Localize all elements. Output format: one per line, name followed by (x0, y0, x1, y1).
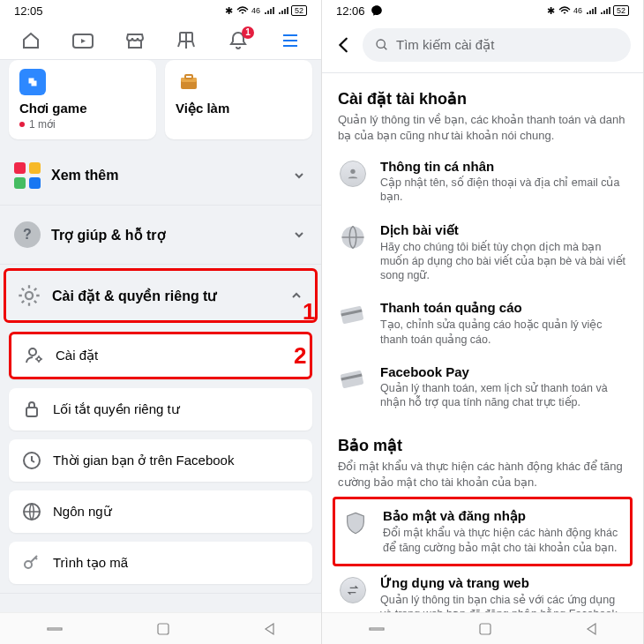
home-icon[interactable] (156, 622, 170, 636)
settings-privacy[interactable]: Cài đặt & quyền riêng tư (4, 268, 318, 323)
see-more[interactable]: Xem thêm (9, 150, 312, 201)
chevron-down-icon (291, 168, 307, 183)
code-generator-item[interactable]: Trình tạo mã (9, 542, 312, 584)
nav-menu[interactable] (278, 28, 303, 53)
help-support[interactable]: ? Trợ giúp & hỗ trợ (9, 209, 312, 260)
person-gear-icon (24, 345, 45, 366)
back-arrow-icon[interactable] (334, 35, 354, 55)
top-nav: 1 (0, 21, 321, 60)
key-icon (21, 552, 42, 573)
card-icon (338, 300, 368, 330)
facebook-pay-item[interactable]: Facebook Pay Quản lý thanh toán, xem lịc… (333, 356, 633, 419)
android-nav (322, 612, 643, 644)
wifi-icon (558, 6, 571, 15)
svg-rect-23 (370, 628, 384, 630)
svg-point-5 (26, 292, 33, 299)
briefcase-icon (176, 69, 202, 95)
home-icon[interactable] (478, 622, 492, 636)
svg-rect-4 (185, 75, 192, 79)
notification-badge: 1 (242, 26, 254, 39)
left-content: Chơi game 1 mới Việc làm Xem thêm (0, 60, 321, 612)
android-nav (0, 612, 321, 644)
shortcut-jobs[interactable]: Việc làm (165, 60, 312, 139)
svg-rect-24 (480, 624, 490, 634)
card-icon (338, 364, 368, 394)
privacy-shortcuts-item[interactable]: Lối tắt quyền riêng tư (9, 388, 312, 431)
security-section-desc: Đổi mật khẩu và thực hiện các hành động … (338, 459, 627, 490)
svg-point-7 (37, 357, 41, 361)
chevron-down-icon (291, 227, 307, 243)
grid-icon (14, 162, 41, 189)
ad-payments-item[interactable]: Thanh toán quảng cáo Tạo, chỉnh sửa quản… (333, 291, 633, 356)
swap-icon (338, 575, 368, 605)
personal-info-item[interactable]: Thông tin cá nhân Cập nhật tên, số điện … (333, 150, 633, 213)
shortcut-gaming[interactable]: Chơi game 1 mới (9, 60, 156, 139)
status-icons: ✱ 46 52 (225, 5, 307, 17)
status-bar: 12:05 ✱ 46 52 (0, 0, 321, 21)
nav-groups[interactable] (174, 28, 198, 53)
clock: 12:05 (14, 4, 43, 18)
phone-left: 12:05 ✱ 46 52 1 Chơi game 1 (0, 0, 322, 644)
gear-icon (17, 283, 41, 308)
phone-right: 12:06 ✱ 46 52 Tìm kiếm cài đặt Cài đặt t… (322, 0, 644, 644)
status-bar: 12:06 ✱ 46 52 (322, 0, 643, 21)
svg-rect-8 (26, 408, 37, 416)
nav-marketplace[interactable] (123, 28, 147, 53)
signal-icon (278, 6, 288, 15)
clock-icon (21, 450, 42, 471)
apps-websites-item[interactable]: Ứng dụng và trang web Quản lý thông tin … (333, 566, 633, 612)
nav-notifications[interactable]: 1 (226, 28, 251, 53)
step-1: 1 (303, 298, 315, 326)
logout[interactable]: Đăng xuất (9, 597, 312, 612)
wifi-icon (236, 6, 249, 15)
logout-icon (14, 610, 37, 612)
shield-icon (341, 508, 371, 538)
account-section-desc: Quản lý thông tin về bạn, các khoản than… (338, 112, 627, 143)
clock: 12:06 (336, 4, 365, 18)
status-icons: ✱ 46 52 (547, 5, 629, 17)
signal-icon (586, 6, 596, 15)
nav-home[interactable] (19, 28, 43, 53)
nav-watch[interactable] (71, 28, 95, 53)
time-on-facebook-item[interactable]: Thời gian bạn ở trên Facebook (9, 439, 312, 482)
svg-point-17 (350, 169, 355, 174)
signal-icon (264, 6, 274, 15)
security-section-title: Bảo mật (338, 436, 627, 455)
svg-point-6 (29, 348, 36, 356)
battery-icon: 52 (613, 5, 629, 16)
step-2: 2 (294, 342, 306, 370)
globe-icon (21, 501, 42, 522)
back-icon[interactable] (585, 622, 597, 636)
translate-item[interactable]: Dịch bài viết Hãy cho chúng tôi biết tùy… (333, 213, 633, 292)
gaming-icon (19, 69, 46, 95)
security-login-item[interactable]: Bảo mật và đăng nhập Đổi mật khẩu và thự… (333, 497, 633, 566)
language-item[interactable]: Ngôn ngữ (9, 490, 312, 533)
recent-icon[interactable] (368, 623, 386, 635)
back-icon[interactable] (263, 622, 275, 636)
signal-icon (600, 6, 610, 15)
svg-point-11 (25, 561, 32, 568)
question-icon: ? (14, 221, 41, 248)
lock-icon (21, 399, 42, 420)
search-icon (375, 38, 389, 52)
globe-icon (338, 222, 368, 252)
account-section-title: Cài đặt tài khoản (338, 89, 627, 109)
settings-item[interactable]: Cài đặt (9, 332, 312, 379)
search-input[interactable]: Tìm kiếm cài đặt (363, 28, 631, 62)
battery-icon: 52 (291, 5, 307, 16)
messenger-icon (371, 4, 383, 17)
recent-icon[interactable] (46, 623, 64, 635)
svg-rect-15 (158, 624, 168, 634)
svg-rect-14 (48, 628, 62, 630)
person-icon (338, 159, 368, 189)
svg-point-16 (377, 40, 385, 48)
